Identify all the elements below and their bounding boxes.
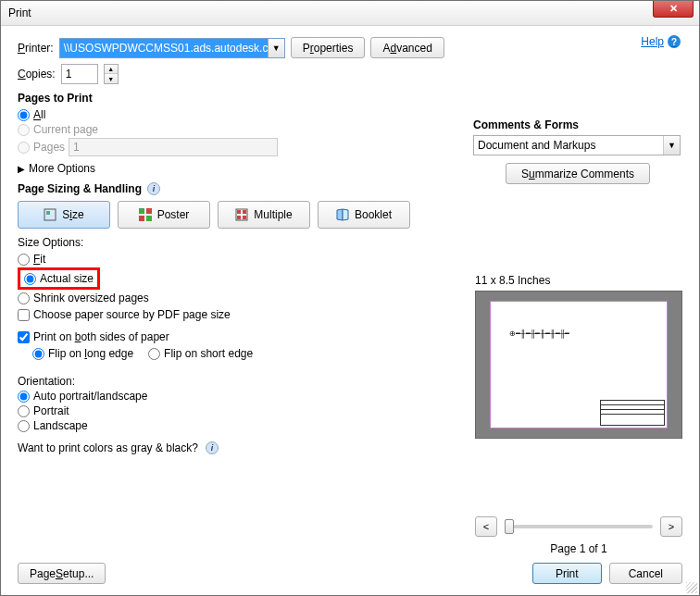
- resize-grip-icon[interactable]: [686, 582, 697, 593]
- help-link[interactable]: Help ?: [641, 35, 681, 48]
- preview-page: ⊕━╫━╫━╫━╫━╫━: [490, 301, 668, 428]
- booklet-icon: [336, 208, 349, 221]
- page-indicator: Page 1 of 1: [475, 542, 682, 555]
- radio-all-label: All: [33, 108, 45, 121]
- next-page-button[interactable]: >: [660, 516, 682, 537]
- pages-to-print-title: Pages to Print: [18, 92, 462, 105]
- titlebar: Print ✕: [1, 1, 699, 26]
- printer-label: Printer:: [18, 42, 54, 55]
- svg-rect-1: [46, 211, 50, 215]
- copies-input[interactable]: [61, 64, 98, 84]
- radio-flip-short-label: Flip on short edge: [164, 347, 253, 360]
- slider-thumb[interactable]: [505, 519, 514, 534]
- radio-pages-label: Pages: [33, 141, 65, 154]
- svg-rect-4: [139, 216, 144, 221]
- radio-auto-orient-label: Auto portrait/landscape: [33, 390, 147, 403]
- help-icon: ?: [668, 35, 681, 48]
- size-icon: [44, 208, 56, 221]
- chevron-down-icon: ▼: [663, 136, 680, 155]
- info-icon-gray[interactable]: i: [206, 441, 219, 454]
- orientation-title: Orientation:: [18, 375, 462, 388]
- radio-fit[interactable]: [18, 254, 30, 266]
- chevron-down-icon: ▼: [268, 39, 284, 57]
- svg-rect-8: [243, 210, 246, 214]
- copies-label: Copies:: [18, 68, 56, 81]
- advanced-button[interactable]: Advanced: [370, 37, 444, 58]
- radio-portrait[interactable]: [18, 405, 30, 417]
- radio-flip-long[interactable]: [32, 348, 44, 360]
- radio-fit-label: Fit: [33, 253, 45, 266]
- radio-current: [18, 124, 30, 136]
- close-button[interactable]: ✕: [653, 1, 694, 18]
- tab-size[interactable]: Size: [18, 201, 110, 229]
- svg-rect-3: [146, 208, 152, 214]
- sizing-title: Page Sizing & Handling i: [18, 182, 462, 195]
- more-options-label: More Options: [29, 162, 95, 175]
- radio-shrink-label: Shrink oversized pages: [33, 292, 149, 304]
- radio-landscape-label: Landscape: [33, 419, 88, 432]
- svg-rect-9: [237, 216, 241, 219]
- comments-forms-select[interactable]: Document and Markups ▼: [473, 135, 681, 155]
- page-setup-button[interactable]: Page Setup...: [18, 563, 106, 584]
- summarize-comments-button[interactable]: Summarize Comments: [506, 163, 650, 184]
- close-icon: ✕: [669, 3, 678, 15]
- printer-value: \\USOSWPDWCCMSS01.ads.autodesk.com: [64, 42, 283, 55]
- radio-actual-label: Actual size: [40, 272, 94, 285]
- size-options-label: Size Options:: [18, 236, 462, 249]
- preview-box: ⊕━╫━╫━╫━╫━╫━: [475, 291, 682, 439]
- copies-spinner[interactable]: ▲ ▼: [104, 64, 119, 84]
- check-both-sides-label: Print on both sides of paper: [33, 330, 169, 343]
- cancel-button[interactable]: Cancel: [609, 563, 682, 584]
- multiple-icon: [235, 208, 248, 221]
- radio-current-label: Current page: [33, 123, 98, 136]
- preview-drawing-icon: ⊕━╫━╫━╫━╫━╫━: [509, 329, 569, 338]
- comments-forms-value: Document and Markups: [478, 139, 595, 152]
- window-title: Print: [8, 6, 31, 19]
- svg-rect-2: [139, 208, 144, 214]
- comments-forms-title: Comments & Forms: [473, 118, 682, 131]
- spinner-down-icon[interactable]: ▼: [105, 74, 118, 83]
- printer-select[interactable]: \\USOSWPDWCCMSS01.ads.autodesk.com ▼: [59, 38, 285, 58]
- prev-page-button[interactable]: <: [475, 516, 497, 537]
- check-both-sides[interactable]: [18, 331, 30, 343]
- poster-icon: [139, 208, 152, 221]
- radio-flip-long-label: Flip on long edge: [48, 347, 133, 360]
- radio-all[interactable]: [18, 109, 30, 121]
- help-label: Help: [641, 35, 664, 48]
- triangle-right-icon: ▶: [18, 164, 25, 174]
- zoom-slider[interactable]: [505, 525, 653, 528]
- preview-title-block: [600, 400, 665, 426]
- radio-shrink[interactable]: [18, 292, 30, 304]
- radio-auto-orient[interactable]: [18, 391, 30, 403]
- tab-poster[interactable]: Poster: [118, 201, 210, 229]
- more-options-toggle[interactable]: ▶ More Options: [18, 162, 462, 175]
- radio-actual-size[interactable]: [24, 273, 36, 285]
- info-icon[interactable]: i: [147, 182, 160, 195]
- svg-rect-5: [146, 216, 152, 221]
- tab-booklet[interactable]: Booklet: [318, 201, 410, 229]
- pages-input: [69, 138, 278, 156]
- spinner-up-icon[interactable]: ▲: [105, 65, 118, 74]
- check-choose-source-label: Choose paper source by PDF page size: [33, 308, 231, 321]
- tab-multiple[interactable]: Multiple: [218, 201, 310, 229]
- actual-size-highlight: Actual size: [18, 267, 100, 290]
- radio-flip-short[interactable]: [148, 348, 160, 360]
- preview-dimensions: 11 x 8.5 Inches: [475, 274, 682, 287]
- radio-portrait-label: Portrait: [33, 404, 69, 417]
- print-button[interactable]: Print: [532, 563, 602, 584]
- radio-pages: [18, 142, 30, 154]
- properties-button[interactable]: Properties: [291, 37, 366, 58]
- svg-rect-10: [243, 216, 246, 219]
- gray-label: Want to print colors as gray & black?: [18, 441, 198, 454]
- check-choose-source[interactable]: [18, 309, 30, 321]
- print-dialog: Print ✕ Help ? Printer: \\USOSWPDWCCMSS0…: [0, 0, 700, 596]
- radio-landscape[interactable]: [18, 420, 30, 432]
- svg-rect-7: [237, 210, 241, 214]
